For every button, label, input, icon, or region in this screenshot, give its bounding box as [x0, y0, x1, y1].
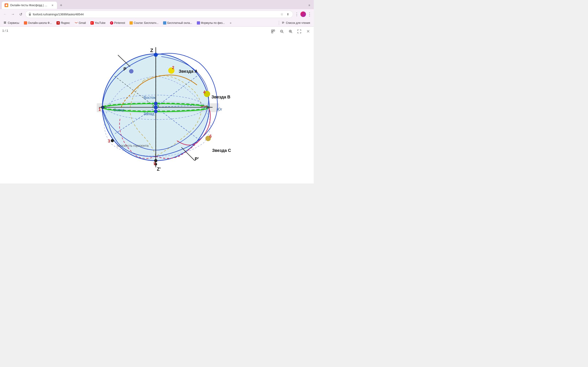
free-favicon [163, 21, 166, 25]
pdf-fullscreen-button[interactable] [296, 28, 303, 35]
bookmark-gmail[interactable]: Gmail [73, 21, 88, 25]
pdf-select-button[interactable] [270, 28, 277, 35]
label-2: 2 [172, 65, 174, 70]
window-menu[interactable]: ≡ [307, 3, 312, 8]
bookmark-foxford[interactable]: Онлайн-школа Ф... [22, 21, 54, 25]
back-button[interactable]: ← [2, 11, 8, 17]
bookmark-course-label: Course: Бесплатн... [134, 21, 158, 25]
label-1: 1 [99, 107, 101, 112]
west-point [154, 109, 157, 113]
svg-rect-9 [271, 30, 273, 31]
center-point [154, 105, 157, 109]
pinterest-favicon: P [110, 21, 113, 25]
bookmark-formulas[interactable]: Формулы по физ... [195, 21, 227, 25]
svg-rect-10 [273, 30, 275, 31]
label-star-a: Звезда А [179, 69, 198, 74]
bookmark-pinterest[interactable]: P Pinterest [108, 21, 127, 25]
svg-line-14 [283, 32, 284, 33]
svg-rect-3 [4, 23, 5, 24]
reload-button[interactable]: ↺ [17, 11, 24, 17]
label-south-visible: Юг [217, 107, 222, 111]
foxford-favicon [24, 21, 27, 25]
svg-rect-1 [4, 22, 5, 23]
diagram-container: Z Z' P P' 1 2 3 4 5 6 Север Юг Юг Восток… [0, 27, 314, 184]
label-5: 5 [153, 161, 156, 166]
label-Z-prime: Z' [157, 167, 161, 172]
address-bar[interactable]: foxford.ru/trainings/13699/tasks/48544 ☆… [25, 10, 293, 18]
bookmark-services-label: Сервисы [8, 21, 19, 25]
lock-icon [28, 13, 32, 16]
apps-icon [4, 21, 7, 25]
fullscreen-icon [297, 29, 301, 33]
new-tab-button[interactable]: + [58, 2, 64, 8]
label-west: Запад [144, 112, 154, 116]
zoom-out-icon [280, 29, 284, 33]
reading-list-icon [282, 21, 285, 25]
bookmark-star-icon[interactable]: ☆ [279, 12, 284, 17]
youtube-favicon: ▶ [90, 21, 94, 25]
bookmark-foxford-label: Онлайн-школа Ф... [28, 21, 52, 25]
divider [279, 21, 279, 25]
gmail-favicon [75, 21, 78, 25]
label-star-c: Звезда С [212, 148, 231, 153]
svg-rect-11 [271, 32, 273, 33]
bookmark-youtube-label: YouTube [95, 21, 105, 25]
tab-title: Онлайн-тесты Фоксфорд | Ас... [10, 4, 49, 7]
label-4: 4 [203, 90, 206, 94]
tab-favicon [5, 3, 8, 7]
share-icon[interactable]: ⬆ [285, 12, 290, 17]
profile-avatar[interactable] [300, 11, 306, 17]
label-6: 6 [209, 134, 212, 139]
point-Z [154, 53, 157, 57]
svg-rect-6 [282, 22, 284, 22]
svg-rect-2 [5, 22, 6, 23]
pdf-page-counter: 1 / 1 [2, 29, 8, 32]
pdf-zoom-out-button[interactable] [278, 28, 285, 35]
label-Z: Z [150, 48, 153, 53]
active-tab[interactable]: Онлайн-тесты Фоксфорд | Ас... ✕ [2, 2, 57, 9]
forward-button[interactable]: → [10, 11, 16, 17]
north-point [102, 106, 104, 108]
bookmarks-more-button[interactable]: » [229, 21, 233, 25]
label-east: Восток [144, 95, 156, 100]
reading-list-area: Список для чтения [279, 21, 312, 25]
pdf-toolbar: ✕ [270, 28, 311, 35]
tab-close-button[interactable]: ✕ [51, 3, 54, 7]
svg-line-18 [291, 32, 292, 33]
pdf-close-button[interactable]: ✕ [304, 28, 311, 35]
bookmarks-bar: Сервисы Онлайн-школа Ф... Я Яндекс Gmail… [0, 19, 314, 27]
menu-icon[interactable]: ⋮ [307, 12, 312, 17]
course-favicon [130, 21, 133, 25]
svg-rect-8 [282, 23, 284, 24]
bookmark-gmail-label: Gmail [79, 21, 86, 25]
zoom-in-icon [288, 29, 293, 33]
svg-rect-0 [29, 14, 31, 16]
pdf-zoom-in-button[interactable] [287, 28, 294, 35]
bookmark-yandex-label: Яндекс [61, 21, 70, 25]
reading-list-label: Список для чтения [286, 21, 310, 25]
svg-rect-7 [282, 23, 284, 23]
reading-list-button[interactable]: Список для чтения [280, 21, 312, 25]
extensions-icon[interactable]: ⋮ [294, 12, 299, 17]
label-star-b: Звезда B [212, 94, 230, 99]
bookmark-yandex[interactable]: Я Яндекс [55, 21, 72, 25]
bookmark-youtube[interactable]: ▶ YouTube [89, 21, 107, 25]
svg-rect-4 [5, 23, 6, 24]
formulas-favicon [197, 21, 200, 25]
label-P: P [124, 67, 127, 72]
label-3: 3 [108, 139, 110, 143]
bookmark-free[interactable]: Бесплатный онла... [161, 21, 194, 25]
bookmark-services[interactable]: Сервисы [2, 21, 21, 25]
label-north: Север [113, 108, 124, 112]
tab-bar: Онлайн-тесты Фоксфорд | Ас... ✕ + ≡ [0, 0, 314, 9]
bookmark-course[interactable]: Course: Бесплатн... [128, 21, 160, 25]
yandex-favicon: Я [57, 21, 60, 25]
content-area: 1 / 1 ✕ [0, 27, 314, 184]
nav-bar: ← → ↺ foxford.ru/trainings/13699/tasks/4… [0, 9, 314, 19]
label-P-prime: P' [195, 156, 199, 161]
bookmark-formulas-label: Формулы по физ... [201, 21, 225, 25]
east-point [154, 102, 157, 105]
bookmark-free-label: Бесплатный онла... [167, 21, 192, 25]
bookmark-pinterest-label: Pinterest [114, 21, 125, 25]
celestial-sphere-diagram: Z Z' P P' 1 2 3 4 5 6 Север Юг Юг Восток… [79, 32, 235, 178]
